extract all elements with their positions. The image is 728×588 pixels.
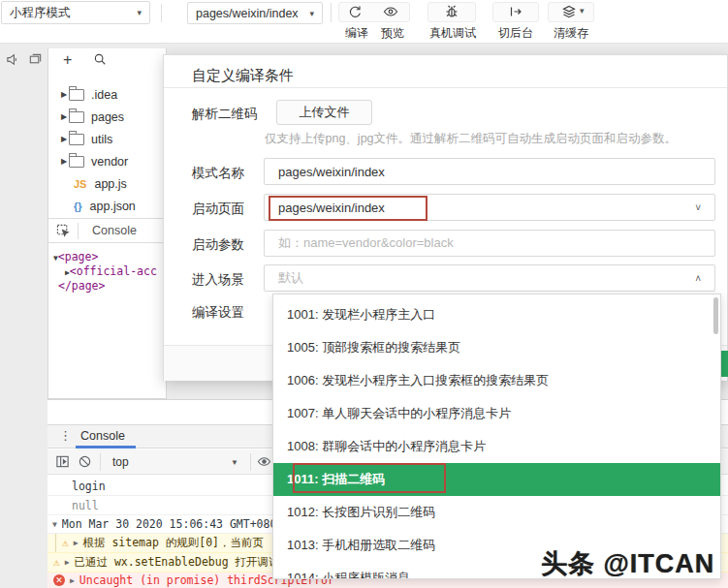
explorer-header: + <box>48 48 166 73</box>
dock-side-icon[interactable] <box>55 454 70 473</box>
scene-option-1008[interactable]: 1008: 群聊会话中的小程序消息卡片 <box>273 430 720 463</box>
mode-name-input[interactable]: pages/weixin/index <box>264 158 715 185</box>
tab-console[interactable]: Console <box>80 429 125 443</box>
clear-console-icon[interactable] <box>78 454 92 473</box>
launch-params-input[interactable]: 如：name=vendor&color=black <box>264 230 715 257</box>
mode-select[interactable]: 小程序模式 ▾ <box>1 1 150 24</box>
watermark: 头条 @ITCAN <box>541 546 714 581</box>
log-message: 已通过 wx.setEnableDebug 打开调试 <box>74 555 279 570</box>
compile-page-value: pages/weixin/index <box>196 7 299 20</box>
tree-item-appjson[interactable]: {} app.json <box>48 195 166 217</box>
top-toolbar: 小程序模式 ▾ pages/weixin/index ▾ 编译 预览 真机调试 … <box>0 0 728 44</box>
refresh-icon[interactable] <box>346 3 364 20</box>
context-selector[interactable]: top ▼ <box>107 452 244 472</box>
folder-icon <box>69 134 84 145</box>
dialog-title: 自定义编译条件 <box>192 67 294 85</box>
wxml-node[interactable]: ▶<official-acc <box>53 264 167 279</box>
tree-item-label: .idea <box>91 88 117 102</box>
simulator-toggle-icon[interactable] <box>6 52 21 68</box>
log-message: login <box>72 480 106 493</box>
kebab-menu-icon[interactable]: ⋮ <box>59 428 72 443</box>
tree-item-label: pages <box>91 110 124 124</box>
chevron-right-icon: ▶ <box>61 135 69 143</box>
chevron-right-icon: ▶ <box>61 112 69 121</box>
tree-item-pages[interactable]: ▶ pages <box>48 106 166 128</box>
annotation-box-start-page <box>269 196 427 221</box>
clear-cache-button[interactable]: 清缓存 <box>550 25 592 42</box>
wxml-element-tree: ▼<page> ▶<official-acc </page> <box>53 250 167 294</box>
wxml-panel-tabbar: Console <box>47 218 167 243</box>
chevron-down-icon: ▼ <box>231 458 238 467</box>
wxml-node[interactable]: ▼<page> <box>53 250 167 264</box>
active-tab-underline <box>76 446 136 449</box>
compile-button[interactable]: 编译 <box>341 25 372 42</box>
mode-select-value: 小程序模式 <box>10 5 71 21</box>
layers-icon[interactable] <box>560 3 578 20</box>
warning-icon: ⚠ <box>53 556 60 569</box>
compile-page-select[interactable]: pages/weixin/index ▾ <box>187 2 323 24</box>
remote-debug-button[interactable]: 真机调试 <box>427 25 478 42</box>
js-file-icon: JS <box>74 178 86 190</box>
add-file-icon[interactable]: + <box>63 51 72 69</box>
chevron-down-icon: ▼ <box>52 520 57 529</box>
switch-background-icon[interactable] <box>507 3 524 20</box>
chevron-down-icon: ˅ <box>695 202 701 213</box>
wxml-console-tab[interactable]: Console <box>92 224 137 237</box>
chevron-down-icon[interactable]: ▾ <box>580 6 585 15</box>
context-selector-value: top <box>112 455 129 469</box>
bug-icon[interactable] <box>443 3 460 20</box>
launch-params-label: 启动参数 <box>192 236 244 254</box>
group-indent-guide <box>55 534 56 552</box>
scene-dropdown: 1001: 发现栏小程序主入口 1005: 顶部搜索框的搜索结果页 1006: … <box>272 294 721 579</box>
chevron-right-icon: ▶ <box>74 539 79 547</box>
mode-name-value: pages/weixin/index <box>278 165 385 179</box>
scrollbar-thumb[interactable] <box>713 297 718 334</box>
scene-option-1012[interactable]: 1012: 长按图片识别二维码 <box>273 496 720 529</box>
filter-eye-icon[interactable] <box>257 454 271 473</box>
upload-file-button[interactable]: 上传文件 <box>276 100 372 125</box>
chevron-right-icon: ▶ <box>70 576 75 585</box>
mode-name-label: 模式名称 <box>192 165 244 182</box>
launch-params-placeholder: 如：name=vendor&color=black <box>278 234 454 252</box>
tree-item-label: vendor <box>91 155 128 169</box>
annotation-box-scene-1011 <box>293 463 446 493</box>
eye-icon[interactable] <box>382 3 399 20</box>
search-icon[interactable] <box>93 52 107 69</box>
divider <box>78 223 79 239</box>
qr-help-text: 仅支持上传png、jpg文件。通过解析二维码可自动生成启动页面和启动参数。 <box>265 131 677 147</box>
chevron-right-icon: ▶ <box>61 157 69 166</box>
tree-item-label: utils <box>91 133 112 146</box>
wechat-devtools-window: 小程序模式 ▾ pages/weixin/index ▾ 编译 预览 真机调试 … <box>0 0 728 588</box>
preview-button[interactable]: 预览 <box>377 25 408 42</box>
toolbar-divider <box>331 3 332 22</box>
left-rail <box>0 44 47 588</box>
switch-background-button[interactable]: 切后台 <box>494 25 537 42</box>
chevron-right-icon: ▶ <box>61 90 69 99</box>
scene-select[interactable]: 默认 ˄ <box>264 264 715 292</box>
scene-option-1007[interactable]: 1007: 单人聊天会话中的小程序消息卡片 <box>273 397 720 430</box>
tree-item-appjs[interactable]: JS app.js <box>48 172 166 195</box>
editor-toggle-icon[interactable] <box>28 52 44 68</box>
scene-option-1006[interactable]: 1006: 发现栏小程序主入口搜索框的搜索结果页 <box>273 364 720 397</box>
qr-field-label: 解析二维码 <box>192 106 258 123</box>
warning-icon: ⚠ <box>62 537 69 549</box>
divider <box>250 453 251 471</box>
chevron-up-icon: ˄ <box>695 273 701 284</box>
scene-value: 默认 <box>278 269 303 287</box>
json-file-icon: {} <box>74 201 82 212</box>
scene-option-1001[interactable]: 1001: 发现栏小程序主入口 <box>273 298 720 331</box>
folder-icon <box>69 89 84 101</box>
tree-item-label: app.js <box>94 177 126 191</box>
folder-icon <box>69 111 84 123</box>
divider <box>100 453 101 471</box>
log-message: 根据 sitemap 的规则[0]，当前页 <box>82 536 264 550</box>
scene-option-1005[interactable]: 1005: 顶部搜索框的搜索结果页 <box>273 331 720 364</box>
scene-label: 进入场景 <box>192 271 244 289</box>
tree-item-vendor[interactable]: ▶ vendor <box>48 150 166 172</box>
tree-item-utils[interactable]: ▶ utils <box>48 128 166 150</box>
inspect-element-icon[interactable] <box>56 224 71 242</box>
start-page-label: 启动页面 <box>192 201 244 218</box>
wxml-node[interactable]: </page> <box>53 279 167 294</box>
tree-item-idea[interactable]: ▶ .idea <box>48 83 166 106</box>
chevron-down-icon: ▾ <box>309 9 314 18</box>
